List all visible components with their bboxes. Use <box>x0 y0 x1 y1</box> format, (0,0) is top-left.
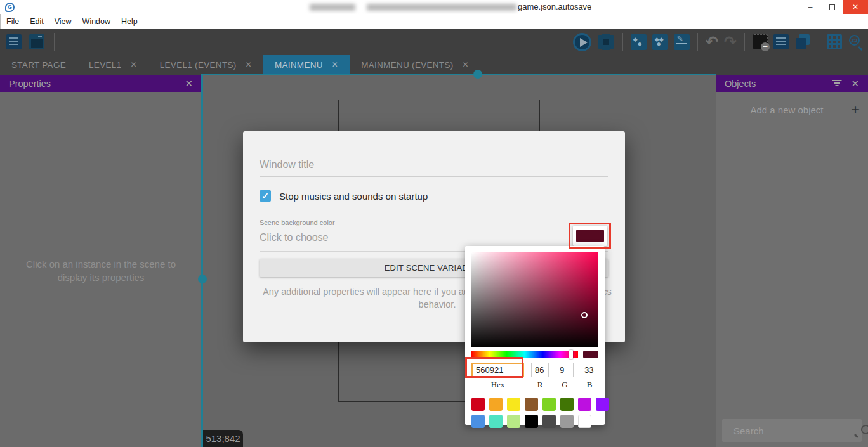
instances-editor-icon[interactable]: ◆◆◆ <box>652 34 668 50</box>
close-tab-icon[interactable]: ✕ <box>332 60 338 69</box>
objects-panel-title: Objects <box>725 79 756 89</box>
saturation-cursor[interactable] <box>581 312 588 318</box>
color-swatch[interactable] <box>507 398 520 411</box>
close-panel-icon[interactable]: ✕ <box>851 78 859 89</box>
menu-file[interactable]: File <box>6 17 19 26</box>
play-preview-icon[interactable] <box>573 33 591 51</box>
toolbar-right-group: ◆◆ ◆◆◆ ✎ ↶ ↷ 1:1 <box>573 33 864 51</box>
toolbar-left-group <box>0 33 56 51</box>
green-field: G <box>556 363 574 390</box>
color-swatch[interactable] <box>560 415 574 428</box>
splitter-handle-dot[interactable] <box>198 275 207 283</box>
undo-icon[interactable]: ↶ <box>706 34 718 49</box>
filter-icon[interactable] <box>832 80 842 87</box>
close-panel-icon[interactable]: ✕ <box>185 78 193 89</box>
stop-sounds-row: ✓ Stop musics and sounds on startup <box>260 190 608 202</box>
redo-icon[interactable]: ↷ <box>724 34 737 49</box>
tab-mainmenu[interactable]: MAINMENU✕ <box>263 55 350 74</box>
close-tab-icon[interactable]: ✕ <box>246 60 252 69</box>
hue-slider-handle[interactable] <box>569 350 573 359</box>
green-label: G <box>562 380 567 390</box>
blurred-path-segment <box>367 4 516 11</box>
start-page-icon[interactable] <box>29 34 44 49</box>
project-manager-icon[interactable] <box>6 34 22 49</box>
scene-properties-icon[interactable]: ✎ <box>674 34 690 50</box>
blue-input[interactable] <box>581 363 598 377</box>
close-tab-icon[interactable]: ✕ <box>130 60 136 69</box>
window-controls: – ✕ <box>799 0 868 14</box>
tab-mainmenu-events[interactable]: MAINMENU (EVENTS)✕ <box>350 55 480 74</box>
hex-label: Hex <box>491 380 505 390</box>
tab-bar: START PAGE LEVEL1✕ LEVEL1 (EVENTS)✕ MAIN… <box>0 55 868 74</box>
color-swatch[interactable] <box>489 398 503 411</box>
saturation-area[interactable] <box>471 252 598 347</box>
color-swatch[interactable] <box>507 415 520 428</box>
objects-editor-icon[interactable]: ◆◆ <box>631 34 647 50</box>
toolbar: ◆◆ ◆◆◆ ✎ ↶ ↷ 1:1 <box>0 29 868 55</box>
document-title: game.json.autosave <box>518 2 591 11</box>
color-swatch[interactable] <box>542 398 556 411</box>
mask-icon[interactable] <box>753 34 768 49</box>
grid-icon[interactable] <box>827 34 842 49</box>
maximize-button[interactable] <box>821 0 843 14</box>
bg-color-value[interactable]: Click to choose <box>260 232 329 243</box>
properties-panel-title: Properties <box>9 79 51 89</box>
search-input[interactable] <box>722 425 860 436</box>
horizontal-splitter[interactable] <box>203 74 716 75</box>
tab-level1-events[interactable]: LEVEL1 (EVENTS)✕ <box>148 55 263 74</box>
tab-start-page[interactable]: START PAGE <box>0 55 77 74</box>
color-swatch[interactable] <box>596 398 609 411</box>
bg-color-label: Scene background color <box>260 219 608 226</box>
menu-edit[interactable]: Edit <box>30 17 44 26</box>
properties-panel-header: Properties ✕ <box>0 75 202 92</box>
red-input[interactable] <box>531 363 549 377</box>
cursor-coordinates-badge: 513;842 <box>203 430 243 447</box>
zoom-1-1-icon[interactable]: 1:1 <box>848 34 864 50</box>
add-object-row[interactable]: Add a new object + <box>716 98 868 121</box>
red-field: R <box>531 363 549 390</box>
instances-list-icon[interactable] <box>773 34 789 49</box>
color-swatch[interactable] <box>471 415 485 428</box>
color-swatch[interactable] <box>542 415 556 428</box>
toolbar-separator <box>697 33 698 51</box>
window-title-placeholder: Window title <box>260 159 608 171</box>
objects-panel: Objects ✕ Add a new object + <box>716 75 868 447</box>
gdevelop-logo-icon: G <box>5 3 15 12</box>
color-swatch[interactable] <box>525 398 538 411</box>
green-input[interactable] <box>556 363 574 377</box>
blue-label: B <box>587 380 593 390</box>
objects-search-bar <box>722 419 862 442</box>
minimize-button[interactable]: – <box>799 0 821 14</box>
menu-window[interactable]: Window <box>82 17 110 26</box>
blurred-title-segment <box>310 4 355 11</box>
gdevelop-window: G game.json.autosave – ✕ File Edit View … <box>0 0 868 447</box>
color-swatch[interactable] <box>578 398 591 411</box>
color-swatch[interactable] <box>560 398 574 411</box>
color-swatch[interactable] <box>525 415 538 428</box>
title-bar: G game.json.autosave – ✕ <box>0 0 868 14</box>
debug-icon[interactable] <box>601 36 611 48</box>
tab-level1[interactable]: LEVEL1✕ <box>77 55 148 74</box>
menu-help[interactable]: Help <box>121 17 138 26</box>
annotation-rect-swatch <box>569 223 611 249</box>
color-swatch[interactable] <box>471 398 485 411</box>
close-tab-icon[interactable]: ✕ <box>463 60 469 69</box>
red-label: R <box>537 380 543 390</box>
color-swatch[interactable] <box>489 415 503 428</box>
stop-sounds-checkbox[interactable]: ✓ <box>260 190 271 202</box>
layers-icon[interactable] <box>794 34 811 50</box>
toolbar-separator <box>744 33 745 51</box>
blue-field: B <box>581 363 598 390</box>
toolbar-separator <box>819 33 819 51</box>
splitter-handle-dot[interactable] <box>473 70 482 79</box>
vertical-splitter[interactable] <box>201 74 203 447</box>
add-object-label: Add a new object <box>716 105 843 115</box>
menu-view[interactable]: View <box>55 17 72 26</box>
window-title-field[interactable]: Window title <box>260 159 608 177</box>
plus-icon[interactable]: + <box>843 101 868 119</box>
color-swatch[interactable] <box>578 415 591 428</box>
toolbar-separator <box>622 33 623 51</box>
close-button[interactable]: ✕ <box>843 0 868 14</box>
objects-panel-header: Objects ✕ <box>716 75 868 92</box>
color-picker-popover: Hex R G B <box>465 246 605 425</box>
